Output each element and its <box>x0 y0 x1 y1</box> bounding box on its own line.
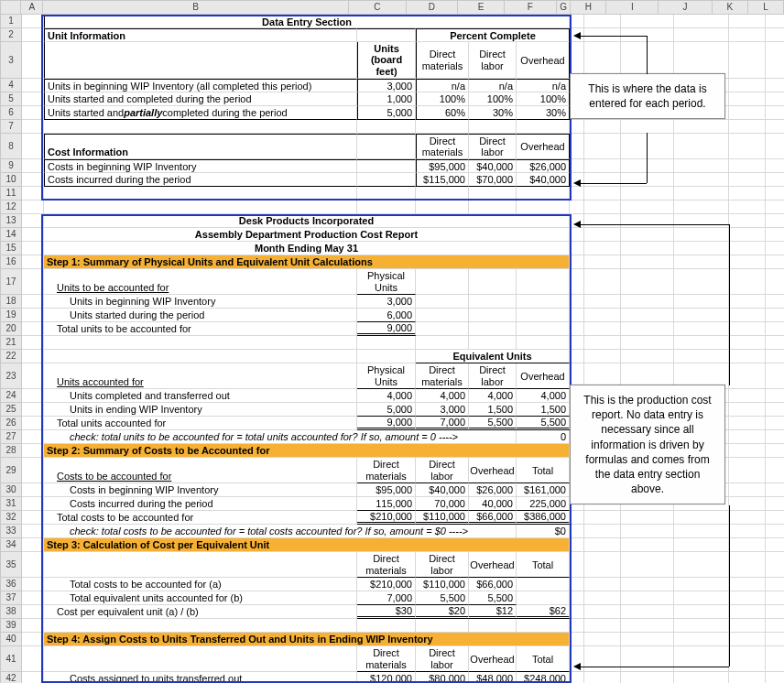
col-F[interactable]: F <box>505 0 557 15</box>
col-D[interactable]: D <box>407 0 459 15</box>
row-29[interactable]: 29 <box>0 458 22 483</box>
oh-hdr-2: Overhead <box>517 134 570 159</box>
brace-line <box>729 224 730 385</box>
arrow-icon <box>573 179 581 187</box>
row-24[interactable]: 24 <box>0 389 22 403</box>
row-34[interactable]: 34 <box>0 538 22 552</box>
cost-row-label: Costs in beginning WIP Inventory <box>44 159 357 173</box>
row-38[interactable]: 38 <box>0 605 22 619</box>
row-7[interactable]: 7 <box>0 120 22 134</box>
row-20[interactable]: 20 <box>0 322 22 336</box>
col-H[interactable]: H <box>571 0 606 15</box>
unit-row-u[interactable]: 1,000 <box>357 92 416 106</box>
row-10[interactable]: 10 <box>0 173 22 187</box>
units-board-feet-hdr: Units (board feet) <box>357 42 416 79</box>
brace-line <box>729 505 730 667</box>
col-C[interactable]: C <box>349 0 407 15</box>
unit-row-label: Units started and completed during the p… <box>44 92 357 106</box>
col-L[interactable]: L <box>748 0 784 15</box>
row-30[interactable]: 30 <box>0 483 22 497</box>
row-9[interactable]: 9 <box>0 159 22 173</box>
row-8[interactable]: 8 <box>0 134 22 159</box>
dm-hdr-2: Direct materials <box>416 134 469 159</box>
arrow-line <box>581 183 647 184</box>
arrow-line <box>581 36 647 37</box>
dl-hdr-2: Direct labor <box>469 134 517 159</box>
arrow-line <box>581 224 729 225</box>
row-36[interactable]: 36 <box>0 578 22 591</box>
col-E[interactable]: E <box>458 0 505 15</box>
row-2[interactable]: 2 <box>0 28 22 42</box>
row-12[interactable]: 12 <box>0 201 22 214</box>
row-33[interactable]: 33 <box>0 525 22 538</box>
row-6[interactable]: 6 <box>0 106 22 120</box>
spreadsheet: A B C D E F G H I J K L 1234567891011121… <box>0 0 784 683</box>
row-22[interactable]: 22 <box>0 350 22 363</box>
row-13[interactable]: 13 <box>0 214 22 228</box>
row-37[interactable]: 37 <box>0 591 22 605</box>
col-K[interactable]: K <box>713 0 748 15</box>
unit-row-dl[interactable]: n/a <box>469 79 517 92</box>
unit-row-oh[interactable]: n/a <box>517 79 570 92</box>
unit-row-label: Units in beginning WIP Inventory (all co… <box>44 79 357 92</box>
row-32[interactable]: 32 <box>0 511 22 525</box>
units-accounted-for: Units accounted for <box>44 363 357 389</box>
report-period: Month Ending May 31 <box>44 242 570 255</box>
row-27[interactable]: 27 <box>0 430 22 444</box>
row-11[interactable]: 11 <box>0 187 22 201</box>
col-G[interactable]: G <box>557 0 572 15</box>
row-16[interactable]: 16 <box>0 255 22 269</box>
row-39[interactable]: 39 <box>0 619 22 633</box>
corner-cell[interactable] <box>0 0 21 15</box>
unit-row-label: Units started and partially completed du… <box>44 106 357 120</box>
col-I[interactable]: I <box>606 0 659 15</box>
callout-data-entry: This is where the data is entered for ea… <box>570 73 725 119</box>
row-17[interactable]: 17 <box>0 269 22 295</box>
row-3[interactable]: 3 <box>0 42 22 79</box>
arrow-icon <box>573 32 581 39</box>
check-note: check: total costs to be accounted for =… <box>44 525 517 538</box>
arrow-line <box>581 667 729 667</box>
brace-line <box>647 133 648 183</box>
row-35[interactable]: 35 <box>0 552 22 578</box>
units-to-be-accounted-for: Units to be accounted for <box>44 269 357 295</box>
physical-units-hdr: Physical Units <box>357 269 416 295</box>
arrow-icon <box>573 221 581 228</box>
brace-line <box>647 36 648 74</box>
row-headers: 1234567891011121314151617181920212223242… <box>0 15 22 683</box>
step3-header: Step 3: Calculation of Cost per Equivale… <box>44 538 570 552</box>
col-A[interactable]: A <box>21 0 42 15</box>
company-name: Desk Products Incorporated <box>44 214 570 228</box>
row-18[interactable]: 18 <box>0 295 22 309</box>
cost-information-header: Cost Information <box>44 134 357 159</box>
unit-row-u[interactable]: 3,000 <box>357 79 416 92</box>
callout-text: This is the production cost report. No d… <box>583 394 711 495</box>
col-J[interactable]: J <box>659 0 713 15</box>
row-5[interactable]: 5 <box>0 92 22 106</box>
row-41[interactable]: 41 <box>0 646 22 672</box>
callout-text: This is where the data is entered for ea… <box>588 82 706 110</box>
row-42[interactable]: 42 <box>0 672 22 683</box>
row-40[interactable]: 40 <box>0 633 22 646</box>
cost-row-label: Costs incurred during the period <box>44 173 357 187</box>
data-entry-title: Data Entry Section <box>44 15 570 28</box>
row-31[interactable]: 31 <box>0 497 22 511</box>
row-19[interactable]: 19 <box>0 309 22 322</box>
percent-complete-header: Percent Complete <box>416 28 570 42</box>
row-28[interactable]: 28 <box>0 444 22 458</box>
column-headers: A B C D E F G H I J K L <box>0 0 784 15</box>
row-25[interactable]: 25 <box>0 403 22 417</box>
row-14[interactable]: 14 <box>0 228 22 242</box>
col-B[interactable]: B <box>43 0 349 15</box>
row-26[interactable]: 26 <box>0 417 22 430</box>
arrow-icon <box>573 663 581 670</box>
row-21[interactable]: 21 <box>0 336 22 350</box>
row-23[interactable]: 23 <box>0 363 22 389</box>
unit-row-dm[interactable]: n/a <box>416 79 469 92</box>
row-1[interactable]: 1 <box>0 15 22 28</box>
row-15[interactable]: 15 <box>0 242 22 255</box>
step1-header: Step 1: Summary of Physical Units and Eq… <box>44 255 570 269</box>
costs-to-be-accounted-for: Costs to be accounted for <box>44 458 357 483</box>
row-4[interactable]: 4 <box>0 79 22 92</box>
unit-information-header: Unit Information <box>44 28 357 42</box>
